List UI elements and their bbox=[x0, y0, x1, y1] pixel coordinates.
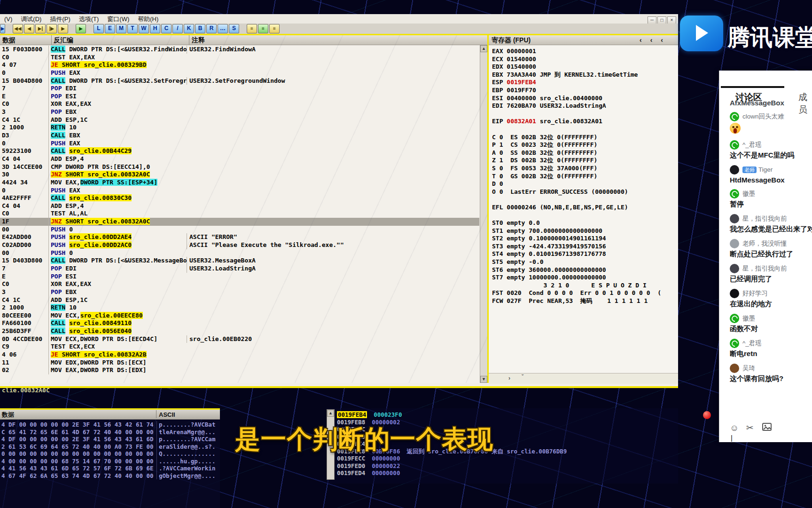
chevron-down-icon[interactable]: ˇ bbox=[522, 374, 523, 381]
asm-token: EBX 73AA3A40 JMP 到 KERNEL32.timeGetTime bbox=[492, 71, 638, 78]
toolbar-button[interactable]: B bbox=[195, 24, 205, 33]
menu-item[interactable]: 插件(P) bbox=[46, 14, 74, 24]
disassembly-row[interactable]: 3D 14CCEE00CMP DWORD PTR DS:[EECC14],0 bbox=[0, 163, 479, 171]
menu-item[interactable]: 调试(D) bbox=[16, 14, 46, 24]
disassembly-row[interactable]: 30JNZ SHORT sro_clie.00832A0C bbox=[0, 171, 479, 179]
disassembly-row[interactable]: C4 1CADD ESP,1C bbox=[0, 296, 479, 304]
disassembly-row[interactable]: 4 06JE SHORT sro_clie.00832A2B bbox=[0, 351, 479, 359]
disassembly-row[interactable]: EPOP ESI bbox=[0, 93, 479, 101]
toolbar-button[interactable]: ≡ bbox=[247, 24, 257, 33]
stack-row[interactable]: 0019FEB4000023F0 bbox=[337, 411, 675, 419]
dump-row[interactable]: 2 61 53 6C 69 64 65 72 40 40 00 A0 73 FE… bbox=[0, 443, 220, 451]
scroll-right-icon[interactable]: › bbox=[508, 375, 510, 381]
toolbar-button[interactable]: L bbox=[94, 24, 104, 33]
disassembly-row[interactable]: C0XOR EAX,EAX bbox=[0, 100, 479, 108]
disassembly-row[interactable]: 02MOV EAX,DWORD PTR DS:[EDX] bbox=[0, 366, 479, 374]
disassembly-row[interactable]: 00PUSH 0 bbox=[0, 226, 479, 234]
toolbar-button[interactable]: M bbox=[116, 24, 126, 33]
disassembly-row[interactable]: 7POP EDI bbox=[0, 85, 479, 93]
toolbar-button[interactable]: C bbox=[161, 24, 172, 33]
disassembly-row[interactable]: C0TEST AL,AL bbox=[0, 210, 479, 218]
register-line: EBP 0019FF70 bbox=[492, 87, 676, 95]
disassembly-row[interactable]: 80CEEE00MOV ECX,sro_clie.00EECE80 bbox=[0, 312, 479, 320]
disassembly-row[interactable]: D3CALL EBX bbox=[0, 132, 479, 140]
register-lines: EAX 00000001ECX 01540000EDX 01540000EBX … bbox=[492, 48, 676, 305]
registers-scroll-strip[interactable]: › ˇ bbox=[489, 373, 678, 384]
toolbar-button[interactable]: / bbox=[172, 24, 183, 33]
disassembly-row[interactable]: 15 D403D800CALL DWORD PTR DS:[<&USER32.M… bbox=[0, 257, 479, 265]
toolbar-button[interactable]: H bbox=[150, 24, 160, 33]
active-tab-indicator bbox=[721, 86, 784, 88]
toolbar-button[interactable]: ▶ bbox=[58, 24, 68, 33]
dump-row[interactable]: 4 DF 00 00 00 00 00 2E 3F 41 56 43 42 61… bbox=[0, 421, 220, 429]
disassembly-row[interactable]: C9TEST ECX,ECX bbox=[0, 343, 479, 351]
disassembly-row[interactable]: 59223100CALL sro_clie.00B44C29 bbox=[0, 147, 479, 155]
disassembly-row[interactable]: 4AE2FFFFCALL sro_clie.00830C30 bbox=[0, 194, 479, 202]
toolbar-button[interactable]: ▶ bbox=[76, 24, 86, 33]
toolbar-button[interactable]: K bbox=[184, 24, 194, 33]
disassembly-row[interactable]: 7POP EDIUSER32.LoadStringA bbox=[0, 265, 479, 273]
image-icon[interactable] bbox=[762, 423, 776, 433]
toolbar-button[interactable]: ≡ bbox=[269, 24, 280, 33]
toolbar-button[interactable]: T bbox=[127, 24, 138, 33]
asm-token: DWORD PTR DS:[<&USER32.SetForegrou bbox=[65, 77, 187, 84]
toolbar-button[interactable]: ≡ bbox=[258, 24, 268, 33]
disassembly-row[interactable]: 1FJNZ SHORT sro_clie.00832A0C bbox=[0, 218, 479, 226]
disassembly-row[interactable]: 11MOV EDX,DWORD PTR DS:[ECX] bbox=[0, 359, 479, 367]
toolbar-button[interactable]: ◀ bbox=[24, 24, 34, 33]
disassembly-row[interactable]: E42ADD00PUSH sro_clie.00DD2AE4ASCII "ERR… bbox=[0, 233, 479, 241]
dump-row[interactable]: C 65 41 72 65 6E 61 4D 67 72 40 40 00 00… bbox=[0, 429, 220, 436]
disassembly-row[interactable]: 3POP EBX bbox=[0, 108, 479, 116]
subtitle-overlay: 是一个判断的一个表现 bbox=[235, 422, 564, 457]
disassembly-row[interactable]: 0PUSH EAX bbox=[0, 69, 479, 77]
dump-row[interactable]: 4 41 56 43 43 61 6D 65 72 57 6F 72 6B 69… bbox=[0, 465, 220, 472]
disassembly-row[interactable]: 3POP EBX bbox=[0, 288, 479, 296]
toolbar-button[interactable]: R bbox=[206, 24, 217, 33]
scroll-up-icon[interactable]: ▲ bbox=[327, 410, 334, 417]
disassembly-row[interactable]: C02ADD00PUSH sro_clie.00DD2AC0ASCII "Ple… bbox=[0, 241, 479, 249]
toolbar-button[interactable]: E bbox=[105, 24, 115, 33]
menu-item[interactable]: (V) bbox=[0, 15, 16, 23]
disassembly-row[interactable]: 15 F003D800CALL DWORD PTR DS:[<&USER32.F… bbox=[0, 46, 479, 54]
disassembly-row[interactable]: 0D 4CCDEE00MOV ECX,DWORD PTR DS:[EECD4C]… bbox=[0, 335, 479, 343]
disassembly-scrollbar[interactable]: ▲ ▼ bbox=[480, 45, 487, 383]
chat-input-caret[interactable]: | bbox=[731, 434, 733, 442]
disassembly-row[interactable]: EPOP ESI bbox=[0, 273, 479, 281]
disassembly-row[interactable]: 0PUSH EAX bbox=[0, 187, 479, 195]
disassembly-row[interactable]: C0XOR EAX,EAX bbox=[0, 280, 479, 288]
menu-item[interactable]: 窗口(W) bbox=[103, 14, 133, 24]
disassembly-row[interactable]: C4 04ADD ESP,4 bbox=[0, 155, 479, 163]
stack-row[interactable]: 0019FED400000000 bbox=[337, 469, 675, 477]
toolbar-button[interactable]: ◀◀ bbox=[13, 24, 23, 33]
scroll-down-icon[interactable]: ▼ bbox=[480, 376, 487, 383]
disassembly-row[interactable]: 2 1000RETN 10 bbox=[0, 304, 479, 312]
dump-row[interactable]: 4 00 00 00 00 00 68 75 14 67 70 00 00 00… bbox=[0, 458, 220, 465]
menu-item[interactable]: 选项(T) bbox=[75, 14, 103, 24]
toolbar-button[interactable]: |▶ bbox=[47, 24, 57, 33]
dump-row[interactable]: 4 67 4F 62 6A 65 63 74 4D 67 72 40 40 00… bbox=[0, 472, 220, 480]
scroll-up-icon[interactable]: ▲ bbox=[480, 45, 487, 52]
toolbar-button[interactable]: W bbox=[139, 24, 149, 33]
toolbar-button[interactable]: S bbox=[229, 24, 239, 33]
disassembly-row[interactable]: 2 1000RETN 10 bbox=[0, 124, 479, 132]
smiley-icon[interactable]: ☺ bbox=[730, 423, 744, 433]
disassembly-row[interactable]: C0TEST EAX,EAX bbox=[0, 54, 479, 62]
disassembly-row[interactable]: 0PUSH EAX bbox=[0, 140, 479, 148]
disassembly-row[interactable]: 00PUSH 0 bbox=[0, 249, 479, 257]
toolbar-button[interactable]: … bbox=[218, 24, 228, 33]
disassembly-row[interactable]: FA660100CALL sro_clie.00849110 bbox=[0, 319, 479, 327]
chevron-left-icons[interactable]: ‹‹‹ bbox=[640, 36, 671, 44]
scissors-icon[interactable]: ✂ bbox=[746, 422, 760, 433]
menu-item[interactable]: 帮助(H) bbox=[133, 14, 163, 24]
toolbar-button[interactable]: ▶| bbox=[35, 24, 46, 33]
disassembly-row[interactable]: 15 B004D800CALL DWORD PTR DS:[<&USER32.S… bbox=[0, 77, 479, 85]
dump-row[interactable]: 4 DF 00 00 00 00 00 2E 3F 41 56 43 43 61… bbox=[0, 436, 220, 443]
disassembly-row[interactable]: 25B6D3FFCALL sro_clie.0056E040 bbox=[0, 327, 479, 335]
disassembly-row[interactable]: 4424 34MOV EAX,DWORD PTR SS:[ESP+34] bbox=[0, 179, 479, 187]
disassembly-row[interactable]: C4 1CADD ESP,1C bbox=[0, 116, 479, 124]
stack-row[interactable]: 0019FED000000022 bbox=[337, 462, 675, 470]
disassembly-row[interactable]: C4 04ADD ESP,4 bbox=[0, 202, 479, 210]
disassembly-row[interactable]: 4 07JE SHORT sro_clie.008329BD bbox=[0, 61, 479, 69]
dump-row[interactable]: 0 00 00 00 00 00 00 00 00 00 00 00 00 00… bbox=[0, 450, 220, 458]
toolbar-button[interactable]: ▶ bbox=[0, 24, 5, 33]
